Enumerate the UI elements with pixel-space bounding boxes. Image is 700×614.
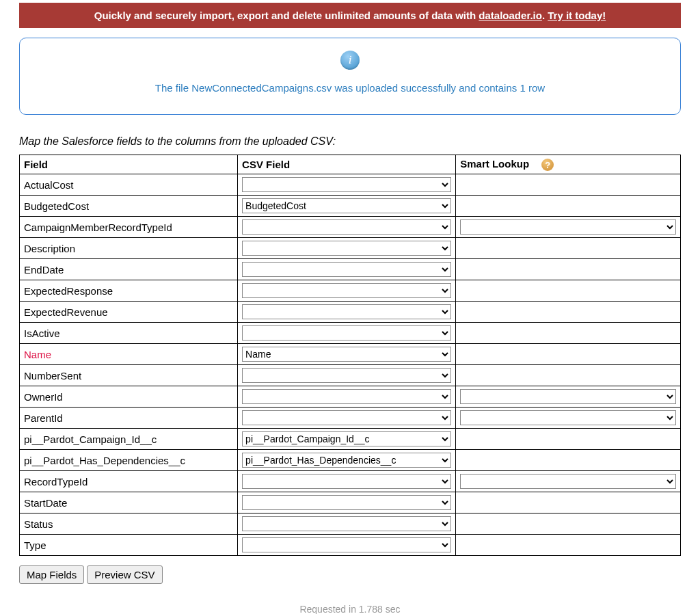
field-name-cell: StartDate: [20, 492, 238, 513]
table-row: NameName: [20, 344, 681, 365]
table-row: CampaignMemberRecordTypeId: [20, 217, 681, 238]
csv-field-cell: [238, 323, 456, 344]
table-row: BudgetedCostBudgetedCost: [20, 196, 681, 217]
field-name-cell: EndDate: [20, 259, 238, 280]
header-csv-field: CSV Field: [238, 155, 456, 174]
table-header-row: Field CSV Field Smart Lookup ?: [20, 155, 681, 174]
table-row: RecordTypeId: [20, 471, 681, 492]
banner-text-prefix: Quickly and securely import, export and …: [94, 10, 479, 21]
smart-lookup-cell: [456, 259, 681, 280]
map-fields-button[interactable]: Map Fields: [19, 565, 84, 584]
smart-lookup-cell: [456, 174, 681, 196]
table-row: EndDate: [20, 259, 681, 280]
csv-field-select[interactable]: [242, 241, 451, 256]
csv-field-select[interactable]: [242, 516, 451, 531]
csv-field-select[interactable]: [242, 283, 451, 298]
smart-lookup-cell: [456, 323, 681, 344]
field-name-cell: Name: [20, 344, 238, 365]
smart-lookup-cell: [456, 302, 681, 323]
preview-csv-button[interactable]: Preview CSV: [87, 565, 162, 584]
csv-field-select[interactable]: [242, 368, 451, 383]
csv-field-cell: [238, 535, 456, 556]
smart-lookup-select[interactable]: [460, 389, 676, 404]
csv-field-select[interactable]: pi__Pardot_Campaign_Id__c: [242, 431, 451, 446]
try-it-link[interactable]: Try it today!: [548, 10, 606, 21]
help-icon[interactable]: ?: [541, 159, 554, 171]
smart-lookup-cell: [456, 513, 681, 535]
page-footer: Requested in 1.788 sec Workbench 52.0.0: [0, 603, 700, 614]
smart-lookup-cell: [456, 217, 681, 238]
csv-field-cell: [238, 492, 456, 513]
header-smart-lookup: Smart Lookup ?: [456, 155, 681, 174]
info-icon: i: [340, 51, 360, 70]
csv-field-select[interactable]: [242, 177, 451, 192]
smart-lookup-select[interactable]: [460, 474, 676, 489]
action-buttons: Map Fields Preview CSV: [19, 565, 681, 584]
csv-field-select[interactable]: BudgetedCost: [242, 198, 451, 213]
table-row: StartDate: [20, 492, 681, 513]
csv-field-cell: [238, 217, 456, 238]
smart-lookup-cell: [456, 408, 681, 429]
csv-field-select[interactable]: [242, 410, 451, 425]
smart-lookup-cell: [456, 280, 681, 302]
csv-field-cell: [238, 238, 456, 259]
table-row: pi__Pardot_Has_Dependencies__cpi__Pardot…: [20, 450, 681, 471]
field-name-cell: pi__Pardot_Has_Dependencies__c: [20, 450, 238, 471]
upload-info-box: i The file NewConnectedCampaigns.csv was…: [19, 38, 681, 115]
upload-success-message: The file NewConnectedCampaigns.csv was u…: [33, 82, 667, 94]
table-row: Description: [20, 238, 681, 259]
smart-lookup-cell: [456, 238, 681, 259]
mapping-instruction: Map the Salesforce fields to the columns…: [19, 135, 681, 148]
csv-field-select[interactable]: [242, 219, 451, 235]
field-name-cell: Type: [20, 535, 238, 556]
csv-field-cell: pi__Pardot_Campaign_Id__c: [238, 429, 456, 450]
field-name-cell: ExpectedResponse: [20, 280, 238, 302]
table-row: Status: [20, 513, 681, 535]
smart-lookup-select[interactable]: [460, 219, 676, 235]
table-row: ActualCost: [20, 174, 681, 196]
csv-field-cell: [238, 302, 456, 323]
csv-field-cell: [238, 408, 456, 429]
smart-lookup-cell: [456, 429, 681, 450]
table-row: pi__Pardot_Campaign_Id__cpi__Pardot_Camp…: [20, 429, 681, 450]
smart-lookup-cell: [456, 450, 681, 471]
table-row: IsActive: [20, 323, 681, 344]
csv-field-select[interactable]: [242, 537, 451, 552]
field-name-cell: NumberSent: [20, 365, 238, 386]
smart-lookup-cell: [456, 471, 681, 492]
promo-banner: Quickly and securely import, export and …: [19, 3, 681, 28]
table-row: Type: [20, 535, 681, 556]
csv-field-select[interactable]: [242, 389, 451, 404]
csv-field-select[interactable]: [242, 304, 451, 319]
csv-field-select[interactable]: [242, 495, 451, 510]
footer-request-time: Requested in 1.788 sec: [0, 603, 700, 614]
csv-field-cell: [238, 513, 456, 535]
field-name-cell: pi__Pardot_Campaign_Id__c: [20, 429, 238, 450]
field-name-cell: Description: [20, 238, 238, 259]
dataloader-link[interactable]: dataloader.io: [479, 10, 542, 21]
smart-lookup-cell: [456, 365, 681, 386]
table-row: ExpectedResponse: [20, 280, 681, 302]
csv-field-cell: pi__Pardot_Has_Dependencies__c: [238, 450, 456, 471]
table-row: OwnerId: [20, 386, 681, 408]
smart-lookup-cell: [456, 535, 681, 556]
smart-lookup-select[interactable]: [460, 410, 676, 425]
csv-field-select[interactable]: [242, 474, 451, 489]
csv-field-select[interactable]: [242, 325, 451, 341]
csv-field-cell: Name: [238, 344, 456, 365]
smart-lookup-cell: [456, 386, 681, 408]
smart-lookup-cell: [456, 196, 681, 217]
csv-field-select[interactable]: pi__Pardot_Has_Dependencies__c: [242, 453, 451, 468]
csv-field-cell: BudgetedCost: [238, 196, 456, 217]
field-mapping-table: Field CSV Field Smart Lookup ? ActualCos…: [19, 155, 681, 556]
csv-field-select[interactable]: Name: [242, 347, 451, 362]
csv-field-cell: [238, 471, 456, 492]
field-name-cell: OwnerId: [20, 386, 238, 408]
field-name-cell: ActualCost: [20, 174, 238, 196]
csv-field-cell: [238, 365, 456, 386]
banner-text-middle: .: [542, 10, 548, 21]
csv-field-select[interactable]: [242, 262, 451, 277]
smart-lookup-cell: [456, 492, 681, 513]
table-row: NumberSent: [20, 365, 681, 386]
header-field: Field: [20, 155, 238, 174]
